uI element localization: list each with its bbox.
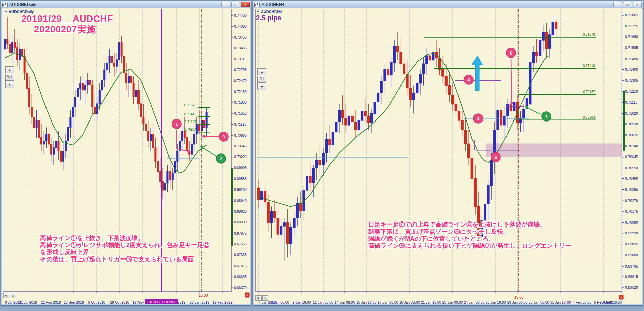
svg-text:31 Jul 2018: 31 Jul 2018 xyxy=(19,300,37,304)
svg-text:5: 5 xyxy=(494,155,497,160)
price-axis: 0.744000.740800.737550.734350.731150.727… xyxy=(231,13,247,290)
time-marker-label: 15:00 xyxy=(514,295,524,299)
marker-circle-4: 4 xyxy=(464,75,473,84)
time-marker-label: 15:00 xyxy=(198,293,208,297)
svg-text:23 Jan 00:00: 23 Jan 00:00 xyxy=(442,300,463,304)
svg-text:0.68940: 0.68940 xyxy=(234,199,247,203)
titlebar-daily[interactable]: AUDCHF,Daily — □ × xyxy=(1,1,251,9)
svg-text:0.70550: 0.70550 xyxy=(625,166,638,170)
svg-text:0.73115: 0.73115 xyxy=(234,57,246,61)
svg-text:0.71410: 0.71410 xyxy=(583,64,595,68)
add-object-button[interactable]: + xyxy=(619,295,623,299)
svg-text:4: 4 xyxy=(467,77,470,82)
svg-text:0.69905: 0.69905 xyxy=(234,166,247,170)
titlebar-h4[interactable]: AUDCHF,H4 — □ × xyxy=(253,1,643,9)
annotation-note: 日足キー足②での上昇で高値ライン④を上抜けし下落波が崩壊。 調整下落は、買上げ基… xyxy=(368,221,571,249)
svg-text:0.69895: 0.69895 xyxy=(625,242,638,246)
timeframe-stepper: ▲ W1 ▼ xyxy=(5,66,14,88)
chart-window-icon xyxy=(254,3,260,7)
edge-range-bar xyxy=(623,91,625,151)
svg-text:0.69990: 0.69990 xyxy=(625,231,638,235)
window-title: AUDCHF,H4 xyxy=(262,2,613,7)
svg-text:0.70545: 0.70545 xyxy=(234,144,247,148)
svg-text:14 Jan 08:00: 14 Jan 08:00 xyxy=(335,300,355,304)
svg-text:0.70270: 0.70270 xyxy=(625,199,638,203)
annotation-arrow xyxy=(203,136,219,137)
svg-text:0.72470: 0.72470 xyxy=(234,79,247,83)
svg-text:0.70865: 0.70865 xyxy=(234,133,247,137)
window-title: AUDCHF,Daily xyxy=(9,2,221,7)
timeframe-label: W1 xyxy=(5,74,14,81)
svg-text:11 Jan 00:00: 11 Jan 00:00 xyxy=(313,300,333,304)
svg-text:15 Jan 16:00: 15 Jan 16:00 xyxy=(356,300,377,304)
timeframe-label: D1 xyxy=(257,76,266,83)
chart-client-daily: 0.716780.714100.711870.709641320.744000.… xyxy=(2,8,250,304)
timeframe-down-button[interactable]: ▼ xyxy=(5,81,14,88)
annotation-note: 高値ライン①を上抜き、下落波崩壊。 高値ライン①がレジサポ機能し2度支えられ、包… xyxy=(40,235,209,263)
svg-text:0.69585: 0.69585 xyxy=(234,177,247,181)
svg-text:0.69260: 0.69260 xyxy=(234,187,247,192)
svg-text:0.71510: 0.71510 xyxy=(234,111,247,115)
svg-text:2018.12.17 00:00: 2018.12.17 00:00 xyxy=(148,300,175,304)
draw-tool-button[interactable]: ✎ xyxy=(3,293,9,298)
date-axis: 7 Jan 20198 Jan 08:009 Jan 16:0011 Jan 0… xyxy=(258,292,622,304)
marker-circle-7: 7 xyxy=(542,112,551,121)
svg-text:0.70964: 0.70964 xyxy=(184,128,197,131)
svg-text:0.71678: 0.71678 xyxy=(583,33,595,36)
svg-text:0.66695: 0.66695 xyxy=(234,275,247,279)
svg-text:0.67015: 0.67015 xyxy=(234,264,247,268)
svg-text:0.67975: 0.67975 xyxy=(234,231,247,235)
close-button[interactable]: × xyxy=(241,2,250,7)
window-audchf-daily[interactable]: AUDCHF,Daily — □ × 0.716780.714100.71187… xyxy=(1,1,251,306)
timeframe-down-button[interactable]: ▼ xyxy=(257,83,266,90)
svg-text:22 Aug 2018: 22 Aug 2018 xyxy=(41,300,61,304)
minimize-button[interactable]: — xyxy=(613,2,622,7)
marker-circle-1: 1 xyxy=(172,119,181,129)
chart-mini-toolbar: ✎ × xyxy=(255,295,268,301)
marker-circle-6: 6 xyxy=(506,48,516,58)
price-axis: 0.718650.717750.716800.715850.714900.714… xyxy=(622,13,638,289)
svg-text:13 Sep 2018: 13 Sep 2018 xyxy=(64,300,84,304)
svg-text:5 Oct 2018: 5 Oct 2018 xyxy=(88,300,105,304)
svg-text:0.71830: 0.71830 xyxy=(234,100,247,104)
svg-text:0.68300: 0.68300 xyxy=(234,220,247,224)
window-audchf-h4[interactable]: AUDCHF,H4 — □ × 0.716780.714100.711870.7… xyxy=(253,1,643,306)
svg-text:0.73435: 0.73435 xyxy=(234,46,247,50)
annotation-title: 20191/29__AUDCHF 20200207実施 xyxy=(21,14,113,35)
remove-tool-button[interactable]: × xyxy=(10,293,16,298)
svg-text:0.70740: 0.70740 xyxy=(625,144,638,148)
svg-text:0.74080: 0.74080 xyxy=(234,24,247,28)
chart-symbol-label[interactable]: ▼ AUDCHF,Daily xyxy=(5,10,34,14)
svg-text:0.70645: 0.70645 xyxy=(625,155,638,159)
svg-text:0.69705: 0.69705 xyxy=(625,264,638,268)
minimize-button[interactable]: — xyxy=(221,2,230,7)
timeframe-stepper: ▲ D1 ▼ xyxy=(257,68,266,90)
remove-tool-button[interactable]: × xyxy=(262,295,268,301)
svg-text:0.71775: 0.71775 xyxy=(625,24,638,28)
svg-text:0.70835: 0.70835 xyxy=(625,133,638,137)
timeframe-up-button[interactable]: ▲ xyxy=(5,66,14,73)
add-object-button[interactable]: + xyxy=(245,293,249,297)
timeframe-up-button[interactable]: ▲ xyxy=(257,68,266,75)
svg-text:3: 3 xyxy=(222,134,225,139)
svg-text:0.71305: 0.71305 xyxy=(625,78,638,82)
svg-text:18 Jan 08:00: 18 Jan 08:00 xyxy=(399,300,420,304)
close-button[interactable]: × xyxy=(633,2,642,7)
svg-text:0.72150: 0.72150 xyxy=(234,90,247,94)
restore-button[interactable]: □ xyxy=(231,2,240,7)
h4-chart-canvas[interactable]: 0.716780.714100.711870.70964345670.71865… xyxy=(254,8,642,304)
svg-text:0.69520: 0.69520 xyxy=(625,285,638,289)
svg-text:0.67655: 0.67655 xyxy=(234,242,247,246)
marker-circle-2: 2 xyxy=(216,154,226,163)
svg-text:31 Jan 16:00: 31 Jan 16:00 xyxy=(550,300,571,304)
svg-text:+: + xyxy=(246,293,248,297)
candles-layer xyxy=(4,17,208,204)
chart-symbol-label[interactable]: ▼ AUDCHF,H4 xyxy=(257,10,282,14)
svg-text:28 Oct 2018: 28 Oct 2018 xyxy=(110,300,129,304)
svg-text:0.68620: 0.68620 xyxy=(234,209,247,213)
svg-text:25 Jan 16:00: 25 Jan 16:00 xyxy=(486,300,506,304)
draw-tool-button[interactable]: ✎ xyxy=(255,295,262,301)
restore-button[interactable]: □ xyxy=(623,2,632,7)
svg-text:0.70080: 0.70080 xyxy=(625,220,638,224)
svg-text:0.70460: 0.70460 xyxy=(625,176,638,180)
